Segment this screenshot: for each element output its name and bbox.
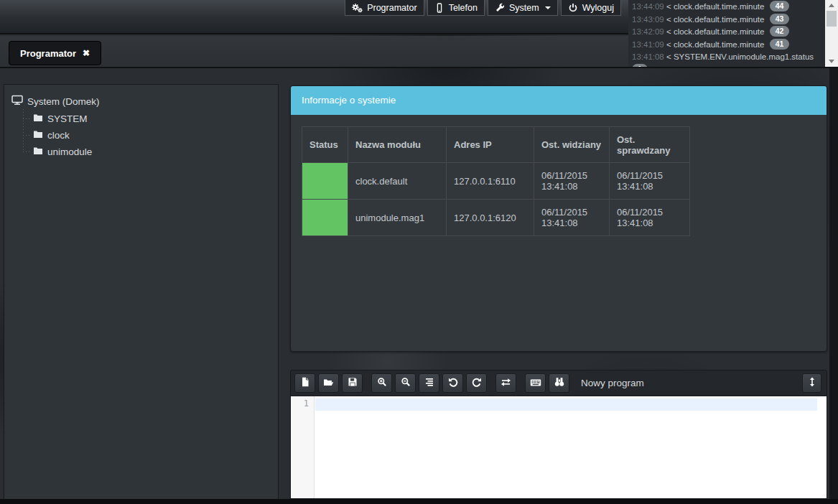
phone-icon bbox=[434, 3, 444, 13]
swap-button[interactable] bbox=[495, 373, 516, 393]
scroll-down-icon[interactable] bbox=[829, 60, 834, 63]
log-entry: 13:41:09 < clock.default.time.minute 41 bbox=[632, 39, 824, 52]
tree-item-system[interactable]: SYSTEM bbox=[23, 111, 271, 127]
wyloguj-nav-button[interactable]: Wyloguj bbox=[561, 0, 621, 16]
zoom-out-icon bbox=[401, 377, 411, 390]
modules-table: Status Nazwa modułu Adres IP Ost. widzia… bbox=[302, 126, 690, 236]
ip-cell: 127.0.0.1:6110 bbox=[447, 163, 534, 200]
tree-item-unimodule[interactable]: unimodule bbox=[23, 144, 271, 160]
tree-item-clock[interactable]: clock bbox=[23, 127, 271, 144]
column-header-module: Nazwa modułu bbox=[348, 127, 447, 163]
system-nav-button[interactable]: System bbox=[488, 0, 558, 16]
telefon-nav-label: Telefon bbox=[449, 3, 478, 13]
system-tree: System (Domek) SYSTEM clock bbox=[4, 85, 278, 169]
line-number: 1 bbox=[304, 398, 309, 409]
tree-root-system[interactable]: System (Domek) bbox=[11, 93, 271, 109]
tab-programator-label: Programator bbox=[20, 48, 76, 59]
log-entry: 13:43:09 < clock.default.time.minute 43 bbox=[632, 14, 824, 27]
save-button[interactable] bbox=[342, 373, 363, 393]
log-value-badge: 44 bbox=[770, 1, 790, 11]
new-file-button[interactable] bbox=[294, 373, 315, 393]
log-value-badge: 43 bbox=[770, 14, 790, 24]
program-editor-panel: Nowy program 1 bbox=[290, 370, 827, 499]
log-message: < clock.default.time.minute bbox=[666, 27, 764, 36]
folder-icon bbox=[33, 130, 43, 141]
log-timestamp: 13:41:08 bbox=[632, 52, 664, 61]
last-checked-cell: 06/11/2015 13:41:08 bbox=[610, 200, 690, 236]
code-editor[interactable]: 1 bbox=[290, 396, 827, 499]
open-file-button[interactable] bbox=[318, 373, 339, 393]
log-entries: 13:44:09 < clock.default.time.minute 44 … bbox=[632, 1, 824, 67]
scrollbar-thumb[interactable] bbox=[827, 11, 837, 27]
telefon-nav-button[interactable]: Telefon bbox=[427, 0, 485, 16]
table-row: unimodule.mag1 127.0.0.1:6120 06/11/2015… bbox=[302, 200, 690, 236]
redo-button[interactable] bbox=[466, 373, 487, 393]
programator-nav-label: Programator bbox=[367, 3, 416, 13]
background-edge-right bbox=[829, 68, 838, 499]
module-name-cell: clock.default bbox=[348, 163, 447, 200]
zoom-in-button[interactable] bbox=[371, 373, 392, 393]
log-timestamp: 13:43:09 bbox=[632, 15, 664, 24]
table-row: clock.default 127.0.0.1:6110 06/11/2015 … bbox=[302, 163, 690, 200]
status-indicator bbox=[302, 163, 348, 200]
column-header-last-checked: Ost. sprawdzany bbox=[610, 127, 690, 163]
log-value-badge: 42 bbox=[770, 26, 790, 37]
log-message: < clock.default.time.minute bbox=[666, 2, 764, 11]
keyboard-button[interactable] bbox=[525, 373, 546, 393]
tree-children: SYSTEM clock unimodule bbox=[23, 111, 271, 160]
log-scrollbar[interactable] bbox=[825, 0, 838, 67]
panel-body: Status Nazwa modułu Adres IP Ost. widzia… bbox=[291, 115, 827, 248]
zoom-in-icon bbox=[377, 377, 387, 390]
keyboard-icon bbox=[530, 377, 541, 390]
tab-programator[interactable]: Programator ✖ bbox=[9, 41, 101, 65]
swap-arrows-icon bbox=[501, 377, 511, 390]
tree-item-label: clock bbox=[47, 130, 70, 141]
log-message: < clock.default.time.minute bbox=[666, 15, 764, 24]
column-header-status: Status bbox=[302, 127, 348, 163]
scroll-up-icon[interactable] bbox=[829, 4, 834, 7]
last-seen-cell: 06/11/2015 13:41:08 bbox=[534, 163, 610, 200]
resize-editor-button[interactable] bbox=[802, 373, 821, 393]
power-icon bbox=[568, 3, 578, 13]
log-timestamp: 13:41:09 bbox=[632, 40, 664, 49]
log-message: < SYSTEM.ENV.unimodule.mag1.status bbox=[666, 52, 814, 61]
log-value-badge: 41 bbox=[770, 39, 790, 50]
tree-item-label: SYSTEM bbox=[47, 113, 88, 124]
undo-icon bbox=[448, 377, 458, 390]
tab-bar: Programator ✖ bbox=[0, 36, 628, 67]
background-edge-bottom bbox=[0, 499, 838, 504]
app-background: Programator Telefon System Wyloguj bbox=[0, 0, 838, 504]
folder-icon bbox=[33, 113, 43, 124]
zoom-out-button[interactable] bbox=[395, 373, 416, 393]
status-indicator bbox=[302, 200, 348, 236]
close-icon[interactable]: ✖ bbox=[83, 48, 90, 58]
format-indent-button[interactable] bbox=[419, 373, 439, 393]
search-button[interactable] bbox=[549, 373, 569, 393]
folder-icon bbox=[33, 146, 43, 157]
log-entry: 13:41:08 < SYSTEM.ENV.unimodule.mag1.sta… bbox=[632, 51, 824, 64]
system-nav-label: System bbox=[509, 3, 539, 13]
header-separator bbox=[0, 67, 838, 68]
log-entry: 13:42:09 < clock.default.time.minute 42 bbox=[632, 26, 824, 39]
wrench-icon bbox=[495, 3, 505, 13]
top-navbar: Programator Telefon System Wyloguj bbox=[0, 0, 628, 34]
log-entry-continuation: 1 bbox=[632, 64, 824, 67]
ip-cell: 127.0.0.1:6120 bbox=[447, 200, 534, 236]
navbar-button-group: Programator Telefon System Wyloguj bbox=[345, 0, 621, 16]
programator-nav-button[interactable]: Programator bbox=[345, 0, 424, 16]
computer-icon bbox=[11, 95, 23, 108]
system-tree-panel: System (Domek) SYSTEM clock bbox=[4, 84, 279, 500]
undo-button[interactable] bbox=[442, 373, 463, 393]
editor-gutter: 1 bbox=[291, 396, 315, 498]
log-value-badge: 1 bbox=[632, 64, 648, 67]
wyloguj-nav-label: Wyloguj bbox=[582, 3, 614, 13]
log-entry: 13:44:09 < clock.default.time.minute 44 bbox=[632, 1, 824, 14]
redo-icon bbox=[472, 377, 482, 390]
log-message: < clock.default.time.minute bbox=[666, 40, 764, 49]
binoculars-icon bbox=[554, 377, 564, 390]
tree-root-label: System (Domek) bbox=[27, 96, 100, 107]
last-checked-cell: 06/11/2015 13:41:08 bbox=[610, 163, 690, 200]
chevron-down-icon bbox=[545, 6, 551, 9]
column-header-ip: Adres IP bbox=[447, 127, 534, 163]
new-file-icon bbox=[300, 377, 310, 390]
